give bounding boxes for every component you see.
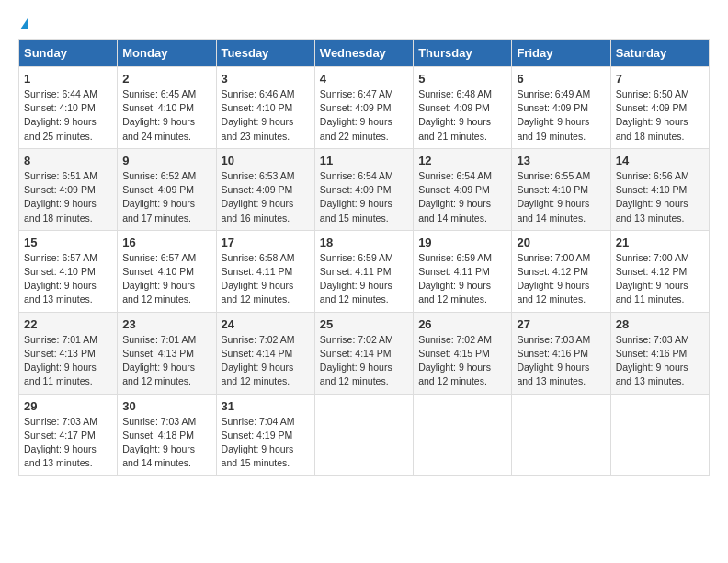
calendar-cell: 25 Sunrise: 7:02 AM Sunset: 4:14 PM Dayl… bbox=[314, 312, 413, 394]
calendar-cell: 7 Sunrise: 6:50 AM Sunset: 4:09 PM Dayli… bbox=[610, 67, 709, 149]
day-number: 17 bbox=[222, 236, 310, 249]
day-info: Sunrise: 7:03 AM Sunset: 4:16 PM Dayligh… bbox=[616, 333, 704, 389]
day-number: 3 bbox=[222, 72, 310, 86]
calendar-cell: 19 Sunrise: 6:59 AM Sunset: 4:11 PM Dayl… bbox=[414, 230, 512, 312]
calendar-header-friday: Friday bbox=[512, 40, 610, 67]
day-number: 1 bbox=[24, 72, 112, 86]
calendar-cell bbox=[414, 394, 512, 476]
day-info: Sunrise: 6:59 AM Sunset: 4:11 PM Dayligh… bbox=[418, 251, 506, 307]
day-number: 30 bbox=[122, 399, 210, 413]
calendar-cell: 3 Sunrise: 6:46 AM Sunset: 4:10 PM Dayli… bbox=[216, 67, 314, 149]
day-info: Sunrise: 7:04 AM Sunset: 4:19 PM Dayligh… bbox=[222, 415, 310, 471]
logo bbox=[18, 18, 28, 29]
day-number: 8 bbox=[24, 154, 112, 167]
calendar-week-4: 22 Sunrise: 7:01 AM Sunset: 4:13 PM Dayl… bbox=[19, 312, 710, 394]
day-info: Sunrise: 6:57 AM Sunset: 4:10 PM Dayligh… bbox=[24, 251, 112, 307]
calendar-cell: 8 Sunrise: 6:51 AM Sunset: 4:09 PM Dayli… bbox=[19, 148, 118, 230]
calendar-cell: 26 Sunrise: 7:02 AM Sunset: 4:15 PM Dayl… bbox=[414, 312, 512, 394]
calendar-cell: 12 Sunrise: 6:54 AM Sunset: 4:09 PM Dayl… bbox=[414, 148, 512, 230]
day-number: 7 bbox=[616, 72, 704, 86]
calendar-header-tuesday: Tuesday bbox=[216, 40, 314, 67]
calendar-header-sunday: Sunday bbox=[19, 40, 118, 67]
calendar-cell: 13 Sunrise: 6:55 AM Sunset: 4:10 PM Dayl… bbox=[512, 148, 610, 230]
day-info: Sunrise: 6:59 AM Sunset: 4:11 PM Dayligh… bbox=[320, 251, 408, 307]
day-info: Sunrise: 7:02 AM Sunset: 4:14 PM Dayligh… bbox=[222, 333, 310, 389]
day-info: Sunrise: 6:56 AM Sunset: 4:10 PM Dayligh… bbox=[616, 169, 704, 225]
day-number: 13 bbox=[517, 154, 605, 167]
calendar-cell: 20 Sunrise: 7:00 AM Sunset: 4:12 PM Dayl… bbox=[512, 230, 610, 312]
day-info: Sunrise: 6:47 AM Sunset: 4:09 PM Dayligh… bbox=[320, 87, 408, 144]
day-number: 23 bbox=[122, 317, 210, 331]
calendar-cell: 30 Sunrise: 7:03 AM Sunset: 4:18 PM Dayl… bbox=[118, 394, 216, 476]
day-info: Sunrise: 7:03 AM Sunset: 4:16 PM Dayligh… bbox=[517, 333, 605, 389]
day-number: 18 bbox=[320, 236, 408, 249]
calendar: SundayMondayTuesdayWednesdayThursdayFrid… bbox=[18, 39, 710, 476]
calendar-cell: 14 Sunrise: 6:56 AM Sunset: 4:10 PM Dayl… bbox=[610, 148, 709, 230]
calendar-cell: 17 Sunrise: 6:58 AM Sunset: 4:11 PM Dayl… bbox=[216, 230, 314, 312]
day-number: 4 bbox=[320, 72, 408, 86]
day-info: Sunrise: 6:48 AM Sunset: 4:09 PM Dayligh… bbox=[418, 87, 506, 144]
calendar-header-wednesday: Wednesday bbox=[314, 40, 413, 67]
calendar-cell: 27 Sunrise: 7:03 AM Sunset: 4:16 PM Dayl… bbox=[512, 312, 610, 394]
day-info: Sunrise: 6:49 AM Sunset: 4:09 PM Dayligh… bbox=[517, 87, 605, 144]
header bbox=[18, 18, 710, 29]
day-number: 20 bbox=[517, 236, 605, 249]
calendar-cell bbox=[610, 394, 709, 476]
calendar-cell: 16 Sunrise: 6:57 AM Sunset: 4:10 PM Dayl… bbox=[118, 230, 216, 312]
day-info: Sunrise: 6:45 AM Sunset: 4:10 PM Dayligh… bbox=[122, 87, 210, 144]
day-info: Sunrise: 7:01 AM Sunset: 4:13 PM Dayligh… bbox=[122, 333, 210, 389]
calendar-cell: 21 Sunrise: 7:00 AM Sunset: 4:12 PM Dayl… bbox=[610, 230, 709, 312]
calendar-header-row: SundayMondayTuesdayWednesdayThursdayFrid… bbox=[19, 40, 710, 67]
calendar-cell: 11 Sunrise: 6:54 AM Sunset: 4:09 PM Dayl… bbox=[314, 148, 413, 230]
day-number: 24 bbox=[222, 317, 310, 331]
calendar-cell: 9 Sunrise: 6:52 AM Sunset: 4:09 PM Dayli… bbox=[118, 148, 216, 230]
calendar-cell: 4 Sunrise: 6:47 AM Sunset: 4:09 PM Dayli… bbox=[314, 67, 413, 149]
calendar-week-1: 1 Sunrise: 6:44 AM Sunset: 4:10 PM Dayli… bbox=[19, 67, 710, 149]
calendar-header-thursday: Thursday bbox=[414, 40, 512, 67]
day-info: Sunrise: 7:01 AM Sunset: 4:13 PM Dayligh… bbox=[24, 333, 112, 389]
calendar-week-2: 8 Sunrise: 6:51 AM Sunset: 4:09 PM Dayli… bbox=[19, 148, 710, 230]
day-info: Sunrise: 6:53 AM Sunset: 4:09 PM Dayligh… bbox=[222, 169, 310, 225]
day-number: 10 bbox=[222, 154, 310, 167]
day-info: Sunrise: 7:02 AM Sunset: 4:14 PM Dayligh… bbox=[320, 333, 408, 389]
day-number: 12 bbox=[418, 154, 506, 167]
day-info: Sunrise: 7:03 AM Sunset: 4:18 PM Dayligh… bbox=[122, 415, 210, 471]
calendar-cell: 10 Sunrise: 6:53 AM Sunset: 4:09 PM Dayl… bbox=[216, 148, 314, 230]
calendar-header-monday: Monday bbox=[118, 40, 216, 67]
day-number: 2 bbox=[122, 72, 210, 86]
calendar-cell bbox=[314, 394, 413, 476]
calendar-week-5: 29 Sunrise: 7:03 AM Sunset: 4:17 PM Dayl… bbox=[19, 394, 710, 476]
calendar-cell: 18 Sunrise: 6:59 AM Sunset: 4:11 PM Dayl… bbox=[314, 230, 413, 312]
calendar-cell: 1 Sunrise: 6:44 AM Sunset: 4:10 PM Dayli… bbox=[19, 67, 118, 149]
day-number: 15 bbox=[24, 236, 112, 249]
calendar-week-3: 15 Sunrise: 6:57 AM Sunset: 4:10 PM Dayl… bbox=[19, 230, 710, 312]
calendar-cell: 29 Sunrise: 7:03 AM Sunset: 4:17 PM Dayl… bbox=[19, 394, 118, 476]
calendar-cell: 28 Sunrise: 7:03 AM Sunset: 4:16 PM Dayl… bbox=[610, 312, 709, 394]
day-number: 21 bbox=[616, 236, 704, 249]
day-info: Sunrise: 6:55 AM Sunset: 4:10 PM Dayligh… bbox=[517, 169, 605, 225]
day-info: Sunrise: 6:54 AM Sunset: 4:09 PM Dayligh… bbox=[418, 169, 506, 225]
day-info: Sunrise: 6:52 AM Sunset: 4:09 PM Dayligh… bbox=[122, 169, 210, 225]
calendar-cell: 23 Sunrise: 7:01 AM Sunset: 4:13 PM Dayl… bbox=[118, 312, 216, 394]
day-number: 22 bbox=[24, 317, 112, 331]
day-number: 25 bbox=[320, 317, 408, 331]
day-number: 29 bbox=[24, 399, 112, 413]
calendar-cell bbox=[512, 394, 610, 476]
day-info: Sunrise: 6:44 AM Sunset: 4:10 PM Dayligh… bbox=[24, 87, 112, 144]
calendar-cell: 5 Sunrise: 6:48 AM Sunset: 4:09 PM Dayli… bbox=[414, 67, 512, 149]
day-info: Sunrise: 7:03 AM Sunset: 4:17 PM Dayligh… bbox=[24, 415, 112, 471]
day-number: 11 bbox=[320, 154, 408, 167]
day-info: Sunrise: 6:57 AM Sunset: 4:10 PM Dayligh… bbox=[122, 251, 210, 307]
calendar-cell: 24 Sunrise: 7:02 AM Sunset: 4:14 PM Dayl… bbox=[216, 312, 314, 394]
day-number: 9 bbox=[122, 154, 210, 167]
day-number: 16 bbox=[122, 236, 210, 249]
day-number: 28 bbox=[616, 317, 704, 331]
day-number: 26 bbox=[418, 317, 506, 331]
day-info: Sunrise: 7:00 AM Sunset: 4:12 PM Dayligh… bbox=[517, 251, 605, 307]
day-info: Sunrise: 7:02 AM Sunset: 4:15 PM Dayligh… bbox=[418, 333, 506, 389]
logo-triangle-icon bbox=[20, 18, 28, 29]
day-info: Sunrise: 6:58 AM Sunset: 4:11 PM Dayligh… bbox=[222, 251, 310, 307]
calendar-cell: 2 Sunrise: 6:45 AM Sunset: 4:10 PM Dayli… bbox=[118, 67, 216, 149]
calendar-cell: 6 Sunrise: 6:49 AM Sunset: 4:09 PM Dayli… bbox=[512, 67, 610, 149]
day-info: Sunrise: 6:50 AM Sunset: 4:09 PM Dayligh… bbox=[616, 87, 704, 144]
